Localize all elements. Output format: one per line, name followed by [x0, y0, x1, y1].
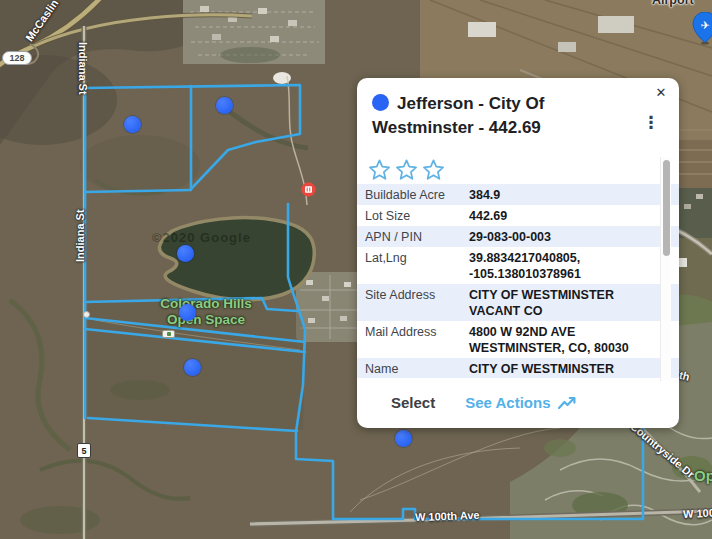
- table-row: Lot Size 442.69: [357, 205, 679, 226]
- parcel-attributes-table: Buildable Acre 384.9 Lot Size 442.69 APN…: [357, 184, 679, 378]
- field-value: CITY OF WESTMINSTER VACANT CO: [469, 287, 653, 319]
- popup-header: Jefferson - City Of Westminster - 442.69: [357, 78, 679, 140]
- parcel-marker-dot[interactable]: [216, 97, 233, 114]
- star-icon[interactable]: [422, 158, 445, 180]
- scrollbar-thumb[interactable]: [663, 160, 670, 256]
- field-label: Buildable Acre: [365, 187, 469, 203]
- table-row: Name CITY OF WESTMINSTER: [357, 358, 679, 378]
- parcel-marker-dot[interactable]: [177, 245, 194, 262]
- field-value: CITY OF WESTMINSTER: [469, 361, 653, 377]
- field-value: 442.69: [469, 208, 653, 224]
- poi-marker-red[interactable]: [301, 182, 316, 197]
- trail-marker[interactable]: [162, 330, 175, 338]
- star-icon[interactable]: [368, 158, 391, 180]
- airport-pin-icon[interactable]: ✈: [692, 12, 712, 50]
- field-label: Site Address: [365, 287, 469, 319]
- map-canvas[interactable]: McCaslin Indiana St Indiana St Colorado …: [0, 0, 712, 539]
- popup-title: Jefferson - City Of Westminster - 442.69: [372, 94, 544, 137]
- rating-stars[interactable]: [368, 158, 445, 180]
- table-row: APN / PIN 29-083-00-003: [357, 226, 679, 247]
- popup-scrollbar[interactable]: [660, 157, 671, 381]
- field-value: 4800 W 92ND AVE WESTMINSTER, CO, 80030: [469, 324, 653, 356]
- field-label: APN / PIN: [365, 229, 469, 245]
- table-row: Site Address CITY OF WESTMINSTER VACANT …: [357, 284, 679, 321]
- parcel-marker-dot[interactable]: [179, 304, 196, 321]
- field-value: 384.9: [469, 187, 653, 203]
- svg-text:✈: ✈: [700, 19, 709, 32]
- parcel-marker-dot[interactable]: [184, 359, 201, 376]
- field-label: Lat,Lng: [365, 250, 469, 282]
- field-value: 39.8834217040805, -105.138010378961: [469, 250, 653, 282]
- kebab-menu-icon[interactable]: ⋮: [641, 110, 661, 134]
- field-label: Lot Size: [365, 208, 469, 224]
- see-actions-label: See Actions: [465, 394, 550, 411]
- close-icon[interactable]: ✕: [650, 82, 672, 104]
- table-row: Lat,Lng 39.8834217040805, -105.138010378…: [357, 247, 679, 284]
- table-row: Mail Address 4800 W 92ND AVE WESTMINSTER…: [357, 321, 679, 358]
- trending-up-icon: [558, 396, 577, 410]
- see-actions-button[interactable]: See Actions: [463, 390, 578, 415]
- select-button[interactable]: Select: [389, 390, 437, 415]
- field-label: Name: [365, 361, 469, 377]
- star-icon[interactable]: [395, 158, 418, 180]
- table-row: Buildable Acre 384.9: [357, 184, 679, 205]
- parcel-info-popup: ✕ ⋮ Jefferson - City Of Westminster - 44…: [357, 78, 679, 428]
- field-value: 29-083-00-003: [469, 229, 653, 245]
- parcel-marker-dot[interactable]: [124, 116, 141, 133]
- parcel-marker-dot[interactable]: [395, 430, 412, 447]
- parcel-color-dot-icon: [372, 94, 389, 111]
- popup-actions: Select See Actions: [357, 390, 679, 415]
- field-label: Mail Address: [365, 324, 469, 356]
- small-white-marker: [83, 311, 90, 318]
